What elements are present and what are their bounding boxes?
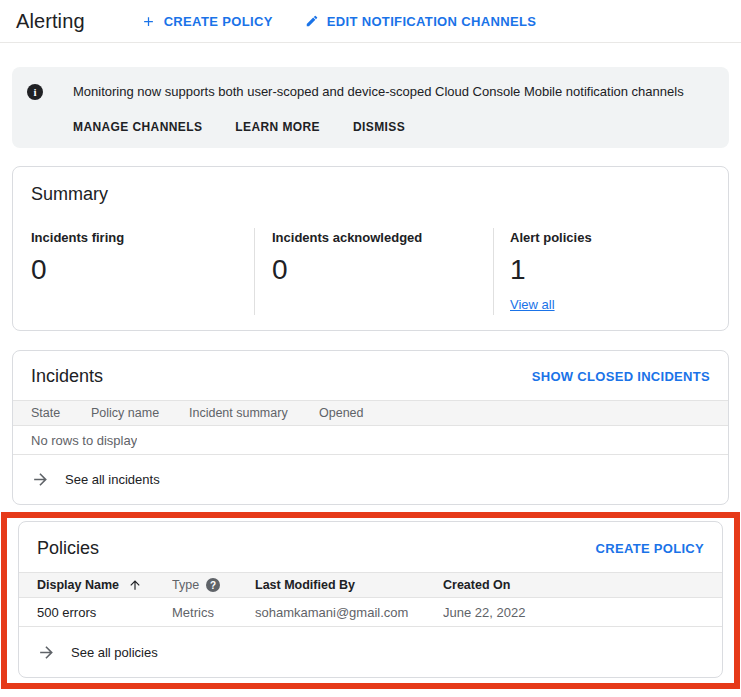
stat-value: 1 [510,254,728,286]
see-all-incidents-link[interactable]: See all incidents [13,455,728,504]
page-header: Alerting CREATE POLICY EDIT NOTIFICATION… [0,0,741,43]
banner-message: Monitoring now supports both user-scoped… [73,80,684,100]
stat-value: 0 [31,254,254,286]
column-header-display-name[interactable]: Display Name [37,578,172,592]
banner-actions: MANAGE CHANNELS LEARN MORE DISMISS [73,120,684,134]
arrow-right-icon [37,643,56,662]
summary-card: Summary Incidents firing 0 Incidents ack… [12,166,729,331]
see-all-policies-label: See all policies [71,645,158,660]
manage-channels-button[interactable]: MANAGE CHANNELS [73,120,202,134]
stat-label: Incidents acknowledged [272,230,493,245]
column-header-incident-summary[interactable]: Incident summary [189,406,319,420]
column-header-type[interactable]: Type ? [172,578,255,592]
policy-table-row[interactable]: 500 errors Metrics sohamkamani@gmail.com… [19,598,722,627]
policy-type: Metrics [172,605,255,620]
info-icon: i [27,84,43,100]
see-all-policies-link[interactable]: See all policies [19,627,722,678]
stat-label: Alert policies [510,230,728,245]
view-all-link[interactable]: View all [510,297,555,312]
create-policy-button[interactable]: CREATE POLICY [141,14,273,29]
incidents-card-head: Incidents SHOW CLOSED INCIDENTS [13,351,728,400]
stat-label: Incidents firing [31,230,254,245]
policies-table-header: Display Name Type ? Last Modified By Cre… [19,572,722,598]
column-header-created-on[interactable]: Created On [443,578,722,592]
empty-message: No rows to display [31,433,137,448]
stat-incidents-acknowledged: Incidents acknowledged 0 [254,228,493,315]
learn-more-button[interactable]: LEARN MORE [235,120,320,134]
header-actions: CREATE POLICY EDIT NOTIFICATION CHANNELS [141,14,537,29]
dismiss-button[interactable]: DISMISS [353,120,405,134]
edit-notification-channels-button[interactable]: EDIT NOTIFICATION CHANNELS [305,14,537,29]
help-icon[interactable]: ? [206,578,220,592]
policies-card: Policies CREATE POLICY Display Name Type… [18,521,723,678]
incidents-table-header: State Policy name Incident summary Opene… [13,400,728,426]
notification-banner: i Monitoring now supports both user-scop… [12,67,729,148]
page-title: Alerting [16,10,85,33]
summary-title: Summary [13,184,728,205]
pencil-icon [305,14,319,28]
stat-alert-policies: Alert policies 1 View all [493,228,728,315]
stat-value: 0 [272,254,493,286]
see-all-incidents-label: See all incidents [65,472,160,487]
incidents-card: Incidents SHOW CLOSED INCIDENTS State Po… [12,350,729,505]
summary-stats: Incidents firing 0 Incidents acknowledge… [13,228,728,315]
incidents-title: Incidents [31,366,103,387]
show-closed-incidents-button[interactable]: SHOW CLOSED INCIDENTS [532,369,710,384]
column-header-opened[interactable]: Opened [319,406,728,420]
column-header-policy-name[interactable]: Policy name [91,406,189,420]
incidents-empty-row: No rows to display [13,426,728,455]
arrow-right-icon [31,470,50,489]
plus-icon [141,14,156,29]
policy-created-on: June 22, 2022 [443,605,722,620]
column-header-state[interactable]: State [31,406,91,420]
policies-card-head: Policies CREATE POLICY [19,522,722,572]
policies-title: Policies [37,538,99,559]
create-policy-link[interactable]: CREATE POLICY [596,541,704,556]
display-name-label: Display Name [37,578,119,592]
policy-display-name[interactable]: 500 errors [37,605,172,620]
policy-last-modified-by: sohamkamani@gmail.com [255,605,443,620]
column-header-last-modified-by[interactable]: Last Modified By [255,578,443,592]
stat-incidents-firing: Incidents firing 0 [13,228,254,315]
annotation-highlight-box: Policies CREATE POLICY Display Name Type… [1,512,740,689]
edit-notification-channels-label: EDIT NOTIFICATION CHANNELS [327,14,537,29]
banner-body: Monitoring now supports both user-scoped… [73,80,684,148]
create-policy-label: CREATE POLICY [164,14,273,29]
type-label: Type [172,578,199,592]
sort-ascending-icon [128,578,142,592]
